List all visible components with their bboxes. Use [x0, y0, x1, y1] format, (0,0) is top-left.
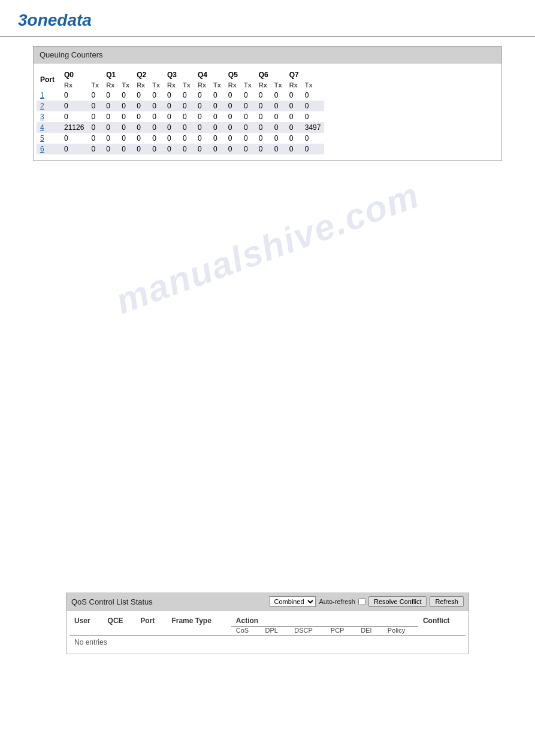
counter-cell: 0 [194, 90, 210, 101]
q4-tx: Tx [210, 80, 225, 90]
counter-cell: 0 [210, 144, 225, 154]
port-link[interactable]: 2 [40, 102, 44, 110]
counter-cell: 0 [301, 144, 325, 154]
qos-main-headers: User QCE Port Frame Type Action Conflict [69, 615, 466, 627]
q5-rx: Rx [225, 80, 240, 90]
user-header: User [69, 615, 103, 627]
counter-cell: 0 [87, 101, 102, 111]
counter-cell: 0 [210, 90, 225, 101]
qos-combined-select[interactable]: Combined User QCE Port [270, 596, 316, 607]
counter-cell: 0 [61, 90, 87, 101]
queuing-counters-section: Queuing Counters Port Q0 Q1 Q2 Q3 Q4 Q5 … [33, 46, 502, 161]
qos-title: QoS Control List Status [71, 597, 265, 606]
port-link[interactable]: 5 [40, 134, 44, 142]
counter-cell: 0 [301, 133, 325, 144]
table-row: 20000000000000000 [37, 101, 324, 111]
counter-cell: 0 [149, 144, 164, 154]
counter-cell: 0 [194, 101, 210, 111]
counter-cell: 0 [61, 101, 87, 111]
refresh-button[interactable]: Refresh [430, 596, 464, 607]
port-link[interactable]: 6 [40, 145, 44, 153]
counter-cell: 0 [255, 144, 271, 154]
q5-tx: Tx [240, 80, 255, 90]
counter-cell: 0 [194, 111, 210, 122]
q3-header: Q3 [164, 69, 194, 80]
port-header: Port [135, 615, 167, 627]
counter-cell: 0 [194, 122, 210, 133]
counter-cell: 0 [255, 90, 271, 101]
counter-cell: 0 [255, 101, 271, 111]
counter-cell: 0 [194, 133, 210, 144]
qce-header: QCE [103, 615, 136, 627]
counter-cell: 0 [102, 101, 118, 111]
counter-cell: 0 [286, 90, 301, 101]
q4-rx: Rx [194, 80, 210, 90]
counter-cell: 0 [179, 144, 194, 154]
counter-cell: 0 [271, 111, 286, 122]
qos-autorefresh-checkbox[interactable] [358, 598, 365, 605]
frame-type-header: Frame Type [167, 615, 231, 627]
counter-cell: 0 [133, 101, 149, 111]
q5-header: Q5 [225, 69, 255, 80]
port-link[interactable]: 4 [40, 123, 44, 132]
counter-cell: 0 [164, 122, 179, 133]
counter-cell: 0 [271, 133, 286, 144]
counter-cell: 0 [87, 133, 102, 144]
q4-header: Q4 [194, 69, 225, 80]
qos-table-wrapper: User QCE Port Frame Type Action Conflict… [67, 611, 468, 654]
queuing-table-wrapper: Port Q0 Q1 Q2 Q3 Q4 Q5 Q6 Q7 Rx Tx Rx Tx… [34, 63, 501, 160]
counter-cell: 0 [102, 90, 118, 101]
counter-cell: 0 [286, 101, 301, 111]
counter-cell: 0 [87, 122, 102, 133]
counter-cell: 0 [102, 133, 118, 144]
counter-cell: 0 [240, 101, 255, 111]
counter-cell: 0 [118, 90, 133, 101]
counter-cell: 0 [164, 101, 179, 111]
port-header: Port [37, 69, 61, 90]
q6-rx: Rx [255, 80, 271, 90]
counter-cell: 0 [118, 133, 133, 144]
q1-rx: Rx [102, 80, 118, 90]
counter-cell: 0 [118, 101, 133, 111]
counter-cell: 0 [210, 133, 225, 144]
counter-cell: 0 [301, 111, 325, 122]
q7-rx: Rx [286, 80, 301, 90]
counter-cell: 0 [133, 133, 149, 144]
counter-cell: 0 [133, 144, 149, 154]
frame-type-sub [167, 627, 231, 636]
counter-cell: 0 [102, 111, 118, 122]
qos-sub-headers: CoS DPL DSCP PCP DEI Policy [69, 627, 466, 636]
table-row: 10000000000000000 [37, 90, 324, 101]
q1-tx: Tx [118, 80, 133, 90]
counter-cell: 0 [225, 144, 240, 154]
port-link[interactable]: 1 [40, 91, 44, 99]
no-entries-cell: No entries [69, 636, 466, 649]
counter-cell: 0 [255, 111, 271, 122]
counter-cell: 0 [271, 90, 286, 101]
qos-header: QoS Control List Status Combined User QC… [67, 593, 468, 611]
qos-table: User QCE Port Frame Type Action Conflict… [69, 615, 466, 649]
table-row: 30000000000000000 [37, 111, 324, 122]
watermark: manualshive.com [110, 174, 425, 322]
qos-section: QoS Control List Status Combined User QC… [66, 593, 469, 654]
port-link[interactable]: 3 [40, 113, 44, 121]
counter-cell: 0 [240, 144, 255, 154]
page-header: 3onedata [0, 0, 535, 37]
counter-cell: 0 [133, 122, 149, 133]
counter-cell: 0 [149, 111, 164, 122]
counter-cell: 0 [194, 144, 210, 154]
counter-cell: 0 [61, 111, 87, 122]
counter-cell: 0 [87, 111, 102, 122]
q7-header: Q7 [286, 69, 325, 80]
counter-cell: 0 [133, 111, 149, 122]
counter-cell: 0 [164, 111, 179, 122]
counter-cell: 0 [210, 101, 225, 111]
rxtx-headers: Rx Tx Rx Tx Rx Tx Rx Tx Rx Tx Rx Tx Rx T… [37, 80, 324, 90]
counter-cell: 0 [149, 90, 164, 101]
counter-cell: 0 [164, 133, 179, 144]
counter-cell: 0 [164, 144, 179, 154]
counter-cell: 0 [240, 122, 255, 133]
counter-cell: 0 [179, 111, 194, 122]
resolve-conflict-button[interactable]: Resolve Conflict [368, 596, 427, 607]
counter-cell: 0 [271, 144, 286, 154]
